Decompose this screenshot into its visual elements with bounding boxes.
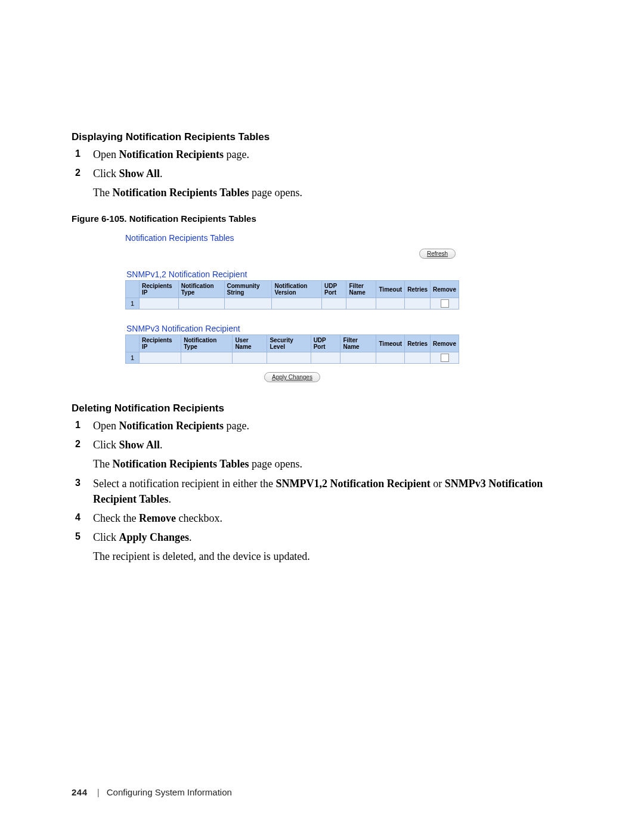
col-header: Filter Name — [346, 281, 376, 298]
step-item: 2 Click Show All. The Notification Recip… — [72, 437, 572, 472]
bold-text: Notification Recipients — [119, 148, 224, 160]
bold-text: Remove — [139, 512, 176, 524]
col-header: Community String — [224, 281, 272, 298]
step-text: Select a notification recipient in eithe… — [93, 478, 543, 505]
cell — [376, 352, 405, 364]
idx-header — [126, 335, 140, 352]
apply-row: Apply Changes — [125, 364, 459, 385]
col-header: UDP Port — [311, 335, 340, 352]
spacer — [125, 309, 459, 319]
bold-text: Notification Recipients — [119, 420, 224, 432]
table-row: 1 — [126, 352, 459, 364]
col-header: Security Level — [267, 335, 311, 352]
text: Click — [93, 531, 119, 543]
remove-cell — [431, 298, 459, 309]
table-header-row: Recipients IP Notification Type User Nam… — [126, 335, 459, 352]
step-text: Open Notification Recipients page. — [93, 420, 249, 432]
step-item: 4 Check the Remove checkbox. — [72, 510, 572, 526]
step-text: Click Show All. — [93, 439, 163, 451]
step-number: 2 — [75, 166, 80, 179]
step-text: Open Notification Recipients page. — [93, 148, 249, 160]
text: page opens. — [249, 458, 302, 470]
apply-changes-button[interactable]: Apply Changes — [264, 372, 320, 382]
cell — [346, 298, 376, 309]
footer-title: Configuring System Information — [107, 787, 232, 797]
cell — [267, 352, 311, 364]
cell — [140, 352, 181, 364]
text: . — [160, 168, 163, 179]
step-item: 5 Click Apply Changes. The recipient is … — [72, 529, 572, 564]
col-header: Notification Version — [272, 281, 322, 298]
remove-checkbox[interactable] — [441, 299, 449, 308]
row-index: 1 — [126, 352, 140, 364]
footer-separator: | — [97, 787, 100, 797]
refresh-button[interactable]: Refresh — [419, 249, 456, 259]
cell — [405, 352, 431, 364]
bold-text: Notification Recipients Tables — [112, 187, 249, 199]
step-number: 3 — [75, 476, 80, 490]
col-header: Filter Name — [340, 335, 376, 352]
step-result: The Notification Recipients Tables page … — [93, 185, 572, 200]
text: page opens. — [249, 187, 302, 199]
text: Select a notification recipient in eithe… — [93, 478, 275, 490]
bold-text: Show All — [119, 439, 160, 451]
remove-checkbox[interactable] — [441, 354, 449, 362]
figure-screenshot: Notification Recipients Tables Refresh S… — [125, 230, 459, 391]
table-header-row: Recipients IP Notification Type Communit… — [126, 281, 459, 298]
step-result: The recipient is deleted, and the device… — [93, 549, 572, 564]
step-result: The Notification Recipients Tables page … — [93, 456, 572, 472]
bold-text: Apply Changes — [119, 531, 190, 543]
col-header: Remove — [431, 335, 459, 352]
steps-delete: 1 Open Notification Recipients page. 2 C… — [72, 418, 572, 564]
idx-header — [126, 281, 140, 298]
steps-display: 1 Open Notification Recipients page. 2 C… — [72, 147, 572, 200]
step-number: 4 — [75, 510, 80, 524]
section-heading: Displaying Notification Recipients Table… — [72, 131, 572, 143]
text: Open — [93, 420, 119, 432]
snmp3-table: Recipients IP Notification Type User Nam… — [125, 335, 459, 364]
cell — [181, 352, 233, 364]
col-header: Retries — [405, 335, 431, 352]
remove-cell — [431, 352, 459, 364]
text: or — [431, 478, 445, 490]
text: Open — [93, 148, 119, 160]
cell — [405, 298, 431, 309]
col-header: UDP Port — [322, 281, 346, 298]
cell — [376, 298, 405, 309]
cell — [233, 352, 267, 364]
bold-text: Show All — [119, 168, 160, 179]
section-heading: Deleting Notification Recipients — [72, 402, 572, 414]
step-text: Click Show All. — [93, 168, 163, 179]
snmp12-table: Recipients IP Notification Type Communit… — [125, 280, 459, 309]
page-number: 244 — [72, 787, 88, 797]
cell — [311, 352, 340, 364]
col-header: Notification Type — [178, 281, 224, 298]
panel-title: Notification Recipients Tables — [125, 230, 459, 246]
text: The — [93, 458, 112, 470]
text: page. — [224, 420, 249, 432]
document-page: Displaying Notification Recipients Table… — [0, 0, 644, 833]
text: page. — [224, 148, 249, 160]
bold-text: SNMPV1,2 Notification Recipient — [275, 478, 430, 490]
col-header: Retries — [405, 281, 431, 298]
step-number: 1 — [75, 418, 80, 432]
step-number: 1 — [75, 147, 80, 160]
step-item: 3 Select a notification recipient in eit… — [72, 476, 572, 507]
col-header: User Name — [233, 335, 267, 352]
table-row: 1 — [126, 298, 459, 309]
table-section-title: SNMPv1,2 Notification Recipient — [126, 270, 459, 279]
text: Click — [93, 168, 119, 179]
text: . — [169, 493, 172, 505]
step-text: Click Apply Changes. — [93, 531, 192, 543]
col-header: Recipients IP — [140, 335, 181, 352]
col-header: Notification Type — [181, 335, 233, 352]
step-item: 1 Open Notification Recipients page. — [72, 418, 572, 433]
bold-text: Notification Recipients Tables — [112, 458, 249, 470]
col-header: Recipients IP — [140, 281, 179, 298]
cell — [272, 298, 322, 309]
text: checkbox. — [176, 512, 222, 524]
table-section-title: SNMPv3 Notification Recipient — [126, 324, 459, 333]
text: The — [93, 187, 112, 199]
col-header: Timeout — [376, 281, 405, 298]
cell — [322, 298, 346, 309]
